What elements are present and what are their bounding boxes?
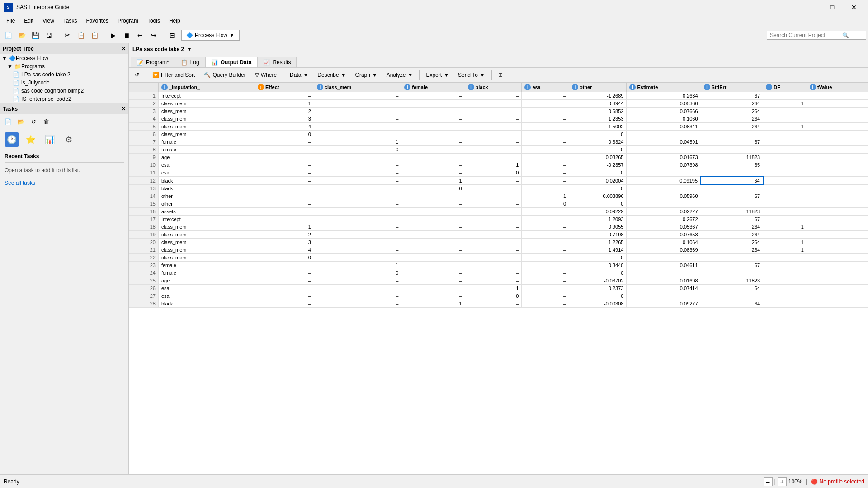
cell[interactable]: other <box>158 192 255 200</box>
cell[interactable]: – <box>255 277 314 285</box>
cell[interactable]: – <box>465 154 522 161</box>
search-input[interactable] <box>770 32 842 38</box>
cell[interactable] <box>627 146 701 154</box>
cell[interactable]: age <box>158 277 255 285</box>
cell[interactable]: – <box>465 115 522 123</box>
table-row[interactable]: 28black––1––-0.003080.0927764 <box>129 300 868 308</box>
table-row[interactable]: 9age–––––-0.032650.0167311823 <box>129 154 868 161</box>
cell[interactable]: – <box>255 154 314 161</box>
info-icon-df[interactable]: i <box>766 84 772 90</box>
cell[interactable]: – <box>401 269 465 277</box>
cell[interactable]: class_mem <box>158 100 255 108</box>
cell[interactable]: – <box>522 246 569 254</box>
cell[interactable]: – <box>255 146 314 154</box>
cell[interactable]: 0.01673 <box>627 154 701 161</box>
cell[interactable]: 0.05960 <box>627 192 701 200</box>
cell[interactable] <box>763 285 807 292</box>
info-icon-other[interactable]: i <box>572 84 578 90</box>
data-grid[interactable]: i _imputation_ ! Effect <box>129 82 868 474</box>
cell[interactable]: – <box>522 216 569 223</box>
info-icon-black[interactable]: i <box>468 84 474 90</box>
cell[interactable]: – <box>401 100 465 108</box>
cell[interactable]: – <box>401 161 465 169</box>
cell[interactable] <box>763 300 807 308</box>
menu-tasks[interactable]: Tasks <box>59 16 82 26</box>
cell[interactable]: 0 <box>569 185 627 192</box>
where-button[interactable]: ▽ Where <box>251 70 281 80</box>
close-button[interactable]: ✕ <box>844 0 864 14</box>
cell[interactable]: 0.6852 <box>569 108 627 115</box>
cell[interactable]: 0.003896 <box>569 192 627 200</box>
cell[interactable]: – <box>522 300 569 308</box>
task-star-btn[interactable]: ⭐ <box>24 132 38 147</box>
cell[interactable] <box>701 292 763 300</box>
cell[interactable]: – <box>522 285 569 292</box>
cell[interactable]: other <box>158 200 255 208</box>
cell[interactable]: – <box>465 239 522 246</box>
cell[interactable]: – <box>522 292 569 300</box>
cell[interactable]: -0.03702 <box>569 277 627 285</box>
cell[interactable]: – <box>522 108 569 115</box>
table-row[interactable]: 18class_mem1––––0.90550.053672641 <box>129 223 868 231</box>
table-row[interactable]: 6class_mem0––––0 <box>129 131 868 138</box>
cell[interactable]: 65 <box>701 161 763 169</box>
cell[interactable]: 0.08369 <box>627 246 701 254</box>
info-icon-esa[interactable]: i <box>524 84 531 90</box>
info-icon-tvalue[interactable]: i <box>810 84 816 90</box>
cell[interactable]: – <box>401 292 465 300</box>
cell[interactable]: 1 <box>401 300 465 308</box>
cell[interactable] <box>701 169 763 177</box>
cell[interactable] <box>763 161 807 169</box>
cell[interactable]: black <box>158 185 255 192</box>
cell[interactable]: – <box>465 146 522 154</box>
cell[interactable]: 1 <box>763 246 807 254</box>
cell[interactable]: 0.04591 <box>627 138 701 146</box>
cell[interactable]: – <box>401 246 465 254</box>
stop-button[interactable]: ⏹ <box>120 29 133 42</box>
cell[interactable]: – <box>522 262 569 269</box>
cell[interactable] <box>701 269 763 277</box>
cell[interactable] <box>763 92 807 100</box>
cell[interactable]: – <box>255 208 314 216</box>
cell[interactable]: – <box>314 131 401 138</box>
cell[interactable]: – <box>522 208 569 216</box>
analyze-button[interactable]: Analyze ▼ <box>382 70 417 80</box>
info-icon-female[interactable]: i <box>404 84 410 90</box>
cell[interactable]: – <box>314 277 401 285</box>
cell[interactable]: – <box>314 208 401 216</box>
cell[interactable]: 264 <box>701 100 763 108</box>
cell[interactable]: 0.3324 <box>569 138 627 146</box>
cell[interactable]: 11823 <box>701 277 763 285</box>
table-row[interactable]: 27esa–––0–0 <box>129 292 868 300</box>
cell[interactable]: -0.09229 <box>569 208 627 216</box>
cell[interactable]: – <box>465 216 522 223</box>
cell[interactable] <box>701 146 763 154</box>
cell[interactable]: – <box>255 216 314 223</box>
cell[interactable]: 0.05367 <box>627 223 701 231</box>
cell[interactable]: – <box>401 285 465 292</box>
table-row[interactable]: 24female–0–––0 <box>129 269 868 277</box>
cell[interactable]: female <box>158 138 255 146</box>
tab-log[interactable]: 📋 Log <box>175 57 205 67</box>
col-header-df[interactable]: i DF <box>763 83 807 92</box>
table-row[interactable]: 10esa–––1–-0.23570.0739865 <box>129 161 868 169</box>
cell[interactable] <box>763 277 807 285</box>
menu-view[interactable]: View <box>38 16 59 26</box>
col-header-imputation[interactable]: i _imputation_ <box>158 83 255 92</box>
table-row[interactable]: 25age–––––-0.037020.0169811823 <box>129 277 868 285</box>
cell[interactable]: 0.07398 <box>627 161 701 169</box>
tree-item-cognition[interactable]: 📄 sas code cognition blimp2 <box>0 87 128 95</box>
cell[interactable]: – <box>314 123 401 131</box>
cell[interactable] <box>763 208 807 216</box>
cell[interactable]: – <box>314 239 401 246</box>
cell[interactable]: 0 <box>255 131 314 138</box>
tab-results[interactable]: 📈 Results <box>257 57 297 67</box>
table-row[interactable]: 2class_mem1––––0.89440.053602641 <box>129 100 868 108</box>
describe-button[interactable]: Describe ▼ <box>313 70 350 80</box>
cell[interactable]: 0.07666 <box>627 108 701 115</box>
cell[interactable]: – <box>465 92 522 100</box>
grid-view-button[interactable]: ⊞ <box>494 70 507 80</box>
cell[interactable] <box>763 177 807 185</box>
cell[interactable]: 1 <box>255 100 314 108</box>
cell[interactable]: – <box>522 146 569 154</box>
